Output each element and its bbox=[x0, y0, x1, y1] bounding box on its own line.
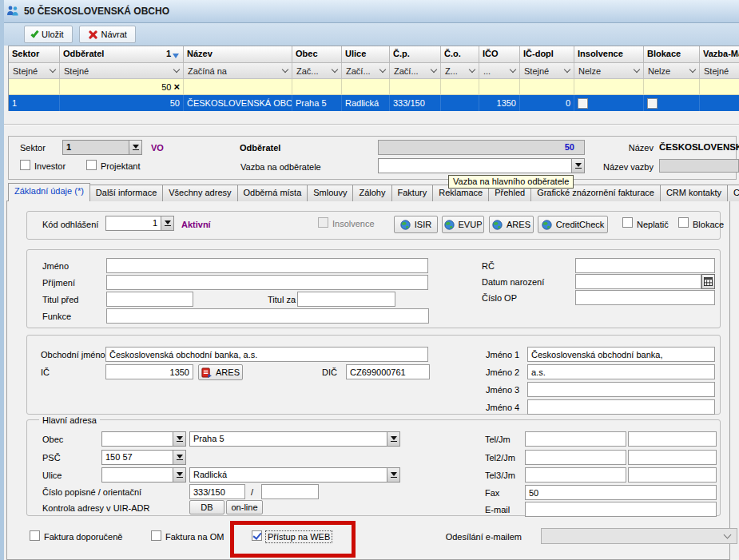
column-header-sektor[interactable]: Sektor bbox=[9, 46, 60, 63]
titul-pred-input[interactable] bbox=[106, 292, 193, 307]
sektor-combo[interactable]: 1 bbox=[62, 140, 142, 155]
tab-crm-kontakty[interactable]: CRM kontakty bbox=[660, 185, 728, 201]
odesilani-combo[interactable] bbox=[541, 528, 737, 544]
online-button[interactable]: on-line bbox=[226, 500, 263, 514]
filter-value-cell[interactable] bbox=[184, 79, 292, 95]
tel3-name-input[interactable] bbox=[628, 467, 717, 483]
projektant-checkbox[interactable] bbox=[86, 160, 97, 170]
rc-input[interactable] bbox=[575, 258, 715, 273]
jmeno-input[interactable] bbox=[106, 258, 428, 273]
dropdown-button[interactable] bbox=[387, 468, 399, 482]
back-button[interactable]: Návrat bbox=[79, 26, 136, 43]
vazba-combo[interactable] bbox=[378, 158, 585, 173]
filter-value-cell[interactable] bbox=[479, 79, 520, 95]
column-header-nazev[interactable]: Název bbox=[184, 46, 292, 63]
filter-value-cell[interactable] bbox=[9, 79, 60, 95]
column-header-ulice[interactable]: Ulice bbox=[342, 46, 390, 63]
filter-value-odberatel[interactable]: 50× bbox=[60, 79, 184, 95]
column-header-blokace[interactable]: Blokace bbox=[644, 46, 700, 63]
filter-sektor[interactable]: Stejné bbox=[9, 63, 60, 79]
cislo-orientacni-input[interactable] bbox=[261, 484, 319, 499]
filter-vazba[interactable]: Stejné bbox=[700, 63, 739, 79]
fax-input[interactable] bbox=[525, 485, 717, 500]
dropdown-button[interactable] bbox=[173, 468, 185, 482]
filter-insolvence[interactable]: Nelze bbox=[574, 63, 644, 79]
funkce-input[interactable] bbox=[106, 308, 429, 324]
calendar-button[interactable] bbox=[701, 274, 715, 289]
jmeno3-input[interactable] bbox=[527, 382, 715, 397]
ulice-code-combo[interactable] bbox=[101, 467, 186, 483]
filter-ico[interactable]: ... bbox=[479, 63, 520, 79]
tab-faktury[interactable]: Faktury bbox=[391, 185, 434, 201]
insolvence-checkbox[interactable] bbox=[578, 98, 588, 109]
filter-cp[interactable]: Začí... bbox=[390, 63, 441, 79]
titul-za-input[interactable] bbox=[297, 292, 395, 307]
filter-value-cell[interactable] bbox=[644, 79, 700, 95]
insolvence-form-checkbox[interactable] bbox=[318, 217, 328, 228]
column-header-insolvence[interactable]: Insolvence bbox=[574, 46, 644, 63]
column-header-icdopl[interactable]: IČ-dopl bbox=[520, 46, 574, 63]
psc-combo[interactable]: 150 57 bbox=[101, 450, 186, 465]
ic-input[interactable] bbox=[105, 364, 193, 379]
filter-obec[interactable]: Zač... bbox=[292, 63, 342, 79]
dropdown-button[interactable] bbox=[387, 432, 399, 446]
ares-lookup-button[interactable]: ARES bbox=[198, 364, 243, 380]
blokace-form-checkbox[interactable] bbox=[678, 217, 689, 228]
tel1-input[interactable] bbox=[525, 431, 626, 447]
creditcheck-button[interactable]: CreditCheck bbox=[538, 216, 608, 233]
filter-value-cell[interactable] bbox=[700, 79, 739, 95]
clear-filter-icon[interactable]: × bbox=[173, 81, 180, 92]
jmeno4-input[interactable] bbox=[527, 399, 715, 415]
faktura-na-om-checkbox[interactable] bbox=[151, 530, 161, 541]
cislo-op-input[interactable] bbox=[575, 290, 715, 305]
faktura-doporucene-checkbox[interactable] bbox=[30, 530, 40, 541]
dropdown-button[interactable] bbox=[173, 451, 185, 464]
filter-value-cell[interactable] bbox=[292, 79, 342, 95]
kod-odhlaseni-combo[interactable]: 1 bbox=[105, 216, 174, 231]
blokace-checkbox[interactable] bbox=[647, 98, 658, 109]
filter-icdopl[interactable]: Stejné bbox=[520, 63, 574, 79]
tab-odberna-mista[interactable]: Odběrná místa bbox=[237, 185, 308, 201]
filter-value-cell[interactable] bbox=[441, 79, 479, 95]
ares-web-button[interactable]: ARES bbox=[489, 216, 534, 233]
tab-dalsi-informace[interactable]: Další informace bbox=[89, 185, 163, 201]
filter-value-cell[interactable] bbox=[574, 79, 644, 95]
dropdown-button[interactable] bbox=[161, 216, 173, 230]
tel1-name-input[interactable] bbox=[628, 431, 717, 447]
tel2-input[interactable] bbox=[525, 450, 626, 465]
save-button[interactable]: Uložit bbox=[24, 26, 73, 43]
pristup-na-web-checkbox[interactable] bbox=[252, 530, 262, 541]
column-header-odberatel[interactable]: Odběratel 1 bbox=[60, 46, 184, 63]
prijmeni-input[interactable] bbox=[106, 275, 428, 290]
filter-value-cell[interactable] bbox=[342, 79, 390, 95]
evup-button[interactable]: EVUP bbox=[442, 216, 484, 233]
email-input[interactable] bbox=[525, 502, 717, 517]
dropdown-button[interactable] bbox=[129, 141, 141, 154]
column-header-vazba[interactable]: Vazba-Ma bbox=[700, 46, 739, 63]
isir-button[interactable]: ISIR bbox=[394, 216, 438, 233]
column-header-obec[interactable]: Obec bbox=[292, 46, 342, 63]
grid-data-row[interactable]: 1 50 ČESKOSLOVENSKÁ OBCHO Praha 5 Radlic… bbox=[9, 95, 739, 111]
tab-zalohy[interactable]: Zálohy bbox=[352, 185, 391, 201]
investor-checkbox[interactable] bbox=[20, 160, 30, 170]
column-header-co[interactable]: Č.o. bbox=[441, 46, 479, 63]
datum-narozeni-input[interactable] bbox=[575, 274, 701, 289]
obec-combo[interactable]: Praha 5 bbox=[189, 431, 400, 447]
tab-vsechny-adresy[interactable]: Všechny adresy bbox=[162, 185, 237, 201]
filter-blokace[interactable]: Nelze bbox=[644, 63, 700, 79]
ulice-combo[interactable]: Radlická bbox=[189, 467, 400, 483]
filter-ulice[interactable]: Začí... bbox=[342, 63, 390, 79]
neplatic-checkbox[interactable] bbox=[622, 217, 633, 228]
obchodni-jmeno-input[interactable] bbox=[105, 347, 428, 362]
column-header-cp[interactable]: Č.p. bbox=[390, 46, 441, 63]
cislo-popisne-input[interactable] bbox=[189, 484, 245, 499]
db-button[interactable]: DB bbox=[189, 500, 224, 514]
dic-input[interactable] bbox=[346, 364, 430, 379]
column-header-ico[interactable]: IČO bbox=[479, 46, 520, 63]
filter-odberatel[interactable]: Stejné bbox=[60, 63, 184, 79]
splitter[interactable] bbox=[0, 124, 739, 125]
jmeno2-input[interactable] bbox=[527, 364, 715, 379]
tab-zakladni-udaje[interactable]: Základní údaje (*) bbox=[8, 183, 90, 201]
filter-value-cell[interactable] bbox=[520, 79, 574, 95]
filter-value-cell[interactable] bbox=[390, 79, 441, 95]
